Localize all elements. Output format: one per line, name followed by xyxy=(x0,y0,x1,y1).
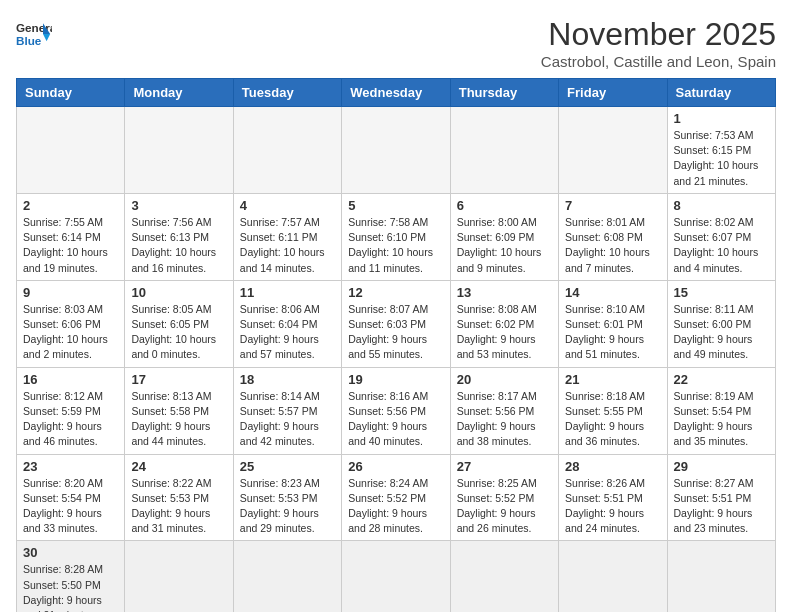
calendar-day-cell: 24Sunrise: 8:22 AM Sunset: 5:53 PM Dayli… xyxy=(125,454,233,541)
day-number: 8 xyxy=(674,198,769,213)
day-of-week-header: Saturday xyxy=(667,79,775,107)
day-number: 26 xyxy=(348,459,443,474)
day-info: Sunrise: 7:55 AM Sunset: 6:14 PM Dayligh… xyxy=(23,215,118,276)
calendar-day-cell xyxy=(125,541,233,612)
svg-text:Blue: Blue xyxy=(16,34,42,47)
calendar-day-cell: 13Sunrise: 8:08 AM Sunset: 6:02 PM Dayli… xyxy=(450,280,558,367)
calendar-day-cell: 25Sunrise: 8:23 AM Sunset: 5:53 PM Dayli… xyxy=(233,454,341,541)
calendar-day-cell xyxy=(233,107,341,194)
calendar-day-cell: 3Sunrise: 7:56 AM Sunset: 6:13 PM Daylig… xyxy=(125,193,233,280)
day-info: Sunrise: 8:12 AM Sunset: 5:59 PM Dayligh… xyxy=(23,389,118,450)
day-number: 21 xyxy=(565,372,660,387)
day-number: 5 xyxy=(348,198,443,213)
calendar-day-cell: 4Sunrise: 7:57 AM Sunset: 6:11 PM Daylig… xyxy=(233,193,341,280)
day-info: Sunrise: 7:56 AM Sunset: 6:13 PM Dayligh… xyxy=(131,215,226,276)
day-info: Sunrise: 8:14 AM Sunset: 5:57 PM Dayligh… xyxy=(240,389,335,450)
day-info: Sunrise: 8:11 AM Sunset: 6:00 PM Dayligh… xyxy=(674,302,769,363)
calendar-day-cell: 11Sunrise: 8:06 AM Sunset: 6:04 PM Dayli… xyxy=(233,280,341,367)
calendar-day-cell xyxy=(342,107,450,194)
calendar-table: SundayMondayTuesdayWednesdayThursdayFrid… xyxy=(16,78,776,612)
calendar-week-row: 16Sunrise: 8:12 AM Sunset: 5:59 PM Dayli… xyxy=(17,367,776,454)
day-number: 6 xyxy=(457,198,552,213)
calendar-day-cell: 8Sunrise: 8:02 AM Sunset: 6:07 PM Daylig… xyxy=(667,193,775,280)
day-info: Sunrise: 7:53 AM Sunset: 6:15 PM Dayligh… xyxy=(674,128,769,189)
calendar-week-row: 1Sunrise: 7:53 AM Sunset: 6:15 PM Daylig… xyxy=(17,107,776,194)
day-info: Sunrise: 7:57 AM Sunset: 6:11 PM Dayligh… xyxy=(240,215,335,276)
day-info: Sunrise: 8:18 AM Sunset: 5:55 PM Dayligh… xyxy=(565,389,660,450)
calendar-day-cell xyxy=(125,107,233,194)
day-number: 4 xyxy=(240,198,335,213)
calendar-day-cell: 15Sunrise: 8:11 AM Sunset: 6:00 PM Dayli… xyxy=(667,280,775,367)
day-info: Sunrise: 8:01 AM Sunset: 6:08 PM Dayligh… xyxy=(565,215,660,276)
day-info: Sunrise: 8:00 AM Sunset: 6:09 PM Dayligh… xyxy=(457,215,552,276)
calendar-day-cell: 17Sunrise: 8:13 AM Sunset: 5:58 PM Dayli… xyxy=(125,367,233,454)
calendar-day-cell: 16Sunrise: 8:12 AM Sunset: 5:59 PM Dayli… xyxy=(17,367,125,454)
day-number: 23 xyxy=(23,459,118,474)
day-of-week-header: Wednesday xyxy=(342,79,450,107)
calendar-day-cell: 19Sunrise: 8:16 AM Sunset: 5:56 PM Dayli… xyxy=(342,367,450,454)
month-title: November 2025 xyxy=(541,16,776,53)
day-info: Sunrise: 8:10 AM Sunset: 6:01 PM Dayligh… xyxy=(565,302,660,363)
calendar-day-cell xyxy=(342,541,450,612)
day-number: 20 xyxy=(457,372,552,387)
day-of-week-header: Sunday xyxy=(17,79,125,107)
calendar-day-cell xyxy=(450,541,558,612)
calendar-day-cell: 1Sunrise: 7:53 AM Sunset: 6:15 PM Daylig… xyxy=(667,107,775,194)
calendar-day-cell: 12Sunrise: 8:07 AM Sunset: 6:03 PM Dayli… xyxy=(342,280,450,367)
calendar-header-row: SundayMondayTuesdayWednesdayThursdayFrid… xyxy=(17,79,776,107)
calendar-day-cell xyxy=(559,107,667,194)
day-number: 1 xyxy=(674,111,769,126)
day-number: 29 xyxy=(674,459,769,474)
calendar-day-cell xyxy=(559,541,667,612)
calendar-day-cell: 20Sunrise: 8:17 AM Sunset: 5:56 PM Dayli… xyxy=(450,367,558,454)
calendar-day-cell: 29Sunrise: 8:27 AM Sunset: 5:51 PM Dayli… xyxy=(667,454,775,541)
day-number: 18 xyxy=(240,372,335,387)
logo-icon: General Blue xyxy=(16,16,52,52)
day-number: 16 xyxy=(23,372,118,387)
day-info: Sunrise: 8:13 AM Sunset: 5:58 PM Dayligh… xyxy=(131,389,226,450)
day-number: 22 xyxy=(674,372,769,387)
calendar-day-cell: 22Sunrise: 8:19 AM Sunset: 5:54 PM Dayli… xyxy=(667,367,775,454)
day-info: Sunrise: 8:22 AM Sunset: 5:53 PM Dayligh… xyxy=(131,476,226,537)
calendar-day-cell: 5Sunrise: 7:58 AM Sunset: 6:10 PM Daylig… xyxy=(342,193,450,280)
header: General Blue November 2025 Castrobol, Ca… xyxy=(16,16,776,70)
day-number: 2 xyxy=(23,198,118,213)
day-number: 3 xyxy=(131,198,226,213)
day-of-week-header: Thursday xyxy=(450,79,558,107)
day-info: Sunrise: 8:25 AM Sunset: 5:52 PM Dayligh… xyxy=(457,476,552,537)
title-area: November 2025 Castrobol, Castille and Le… xyxy=(541,16,776,70)
day-info: Sunrise: 8:26 AM Sunset: 5:51 PM Dayligh… xyxy=(565,476,660,537)
day-info: Sunrise: 8:23 AM Sunset: 5:53 PM Dayligh… xyxy=(240,476,335,537)
day-info: Sunrise: 8:27 AM Sunset: 5:51 PM Dayligh… xyxy=(674,476,769,537)
calendar-day-cell: 28Sunrise: 8:26 AM Sunset: 5:51 PM Dayli… xyxy=(559,454,667,541)
calendar-week-row: 9Sunrise: 8:03 AM Sunset: 6:06 PM Daylig… xyxy=(17,280,776,367)
calendar-day-cell xyxy=(667,541,775,612)
calendar-day-cell xyxy=(233,541,341,612)
calendar-day-cell: 18Sunrise: 8:14 AM Sunset: 5:57 PM Dayli… xyxy=(233,367,341,454)
day-info: Sunrise: 8:06 AM Sunset: 6:04 PM Dayligh… xyxy=(240,302,335,363)
calendar-day-cell: 23Sunrise: 8:20 AM Sunset: 5:54 PM Dayli… xyxy=(17,454,125,541)
day-number: 13 xyxy=(457,285,552,300)
day-number: 24 xyxy=(131,459,226,474)
day-info: Sunrise: 7:58 AM Sunset: 6:10 PM Dayligh… xyxy=(348,215,443,276)
day-number: 27 xyxy=(457,459,552,474)
calendar-day-cell: 6Sunrise: 8:00 AM Sunset: 6:09 PM Daylig… xyxy=(450,193,558,280)
day-info: Sunrise: 8:19 AM Sunset: 5:54 PM Dayligh… xyxy=(674,389,769,450)
calendar-day-cell: 21Sunrise: 8:18 AM Sunset: 5:55 PM Dayli… xyxy=(559,367,667,454)
day-of-week-header: Tuesday xyxy=(233,79,341,107)
day-of-week-header: Monday xyxy=(125,79,233,107)
day-info: Sunrise: 8:07 AM Sunset: 6:03 PM Dayligh… xyxy=(348,302,443,363)
calendar-day-cell: 27Sunrise: 8:25 AM Sunset: 5:52 PM Dayli… xyxy=(450,454,558,541)
day-of-week-header: Friday xyxy=(559,79,667,107)
calendar-day-cell: 14Sunrise: 8:10 AM Sunset: 6:01 PM Dayli… xyxy=(559,280,667,367)
day-info: Sunrise: 8:05 AM Sunset: 6:05 PM Dayligh… xyxy=(131,302,226,363)
day-number: 11 xyxy=(240,285,335,300)
calendar-week-row: 30Sunrise: 8:28 AM Sunset: 5:50 PM Dayli… xyxy=(17,541,776,612)
logo: General Blue xyxy=(16,16,52,52)
calendar-day-cell: 30Sunrise: 8:28 AM Sunset: 5:50 PM Dayli… xyxy=(17,541,125,612)
calendar-day-cell: 9Sunrise: 8:03 AM Sunset: 6:06 PM Daylig… xyxy=(17,280,125,367)
day-number: 19 xyxy=(348,372,443,387)
svg-marker-3 xyxy=(43,34,50,41)
day-number: 14 xyxy=(565,285,660,300)
day-number: 17 xyxy=(131,372,226,387)
